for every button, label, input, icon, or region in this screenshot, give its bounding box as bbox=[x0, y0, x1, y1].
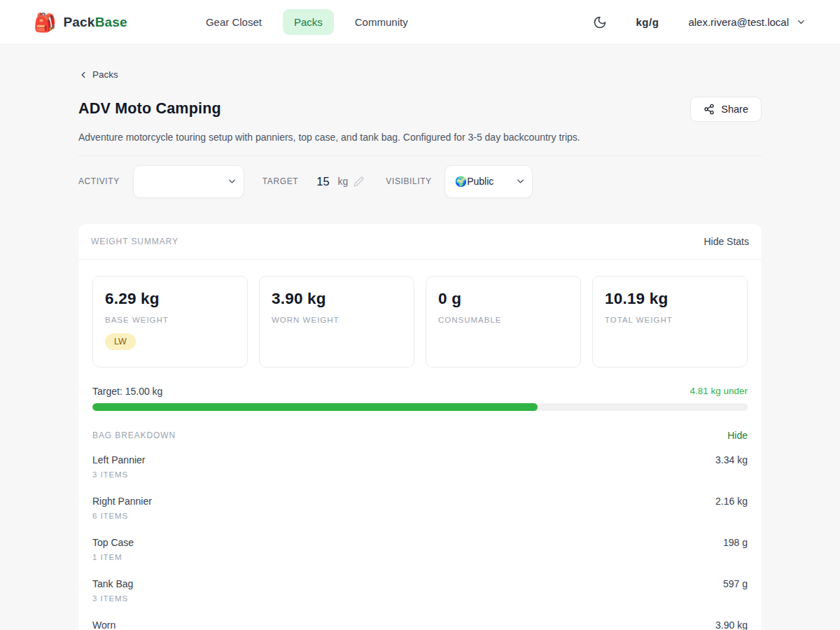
share-icon bbox=[704, 104, 715, 115]
bag-item-count: 3 ITEMS bbox=[92, 594, 748, 603]
stat-label: WORN WEIGHT bbox=[272, 316, 402, 324]
weight-summary-card: WEIGHT SUMMARY Hide Stats 6.29 kg BASE W… bbox=[78, 224, 762, 630]
pack-detail-page: Packs ADV Moto Camping Share Adventure m… bbox=[78, 45, 762, 630]
bag-item-count: 1 ITEM bbox=[92, 553, 748, 561]
activity-label: ACTIVITY bbox=[78, 176, 120, 186]
pack-controls: ACTIVITY TARGET 15 kg VISIBILITY 🌍Public bbox=[78, 165, 762, 198]
bag-name: Top Case bbox=[92, 537, 134, 548]
target-weight-unit: kg bbox=[338, 176, 349, 187]
target-label: TARGET bbox=[262, 176, 298, 186]
chevron-left-icon bbox=[78, 70, 88, 80]
app-header: 🎒 PackBase Gear Closet Packs Community k… bbox=[0, 0, 840, 45]
edit-pencil-icon[interactable] bbox=[354, 176, 364, 187]
bag-row-worn: Worn 3.90 kg 2 ITEMS bbox=[92, 610, 748, 630]
moon-icon bbox=[593, 15, 607, 29]
stats-grid: 6.29 kg BASE WEIGHT LW 3.90 kg WORN WEIG… bbox=[78, 260, 762, 368]
page-title: ADV Moto Camping bbox=[78, 100, 221, 118]
share-button[interactable]: Share bbox=[690, 97, 762, 122]
nav-packs[interactable]: Packs bbox=[283, 9, 334, 35]
stat-card-total-weight: 10.19 kg TOTAL WEIGHT bbox=[592, 276, 748, 368]
bag-weight: 198 g bbox=[723, 537, 748, 548]
nav-community[interactable]: Community bbox=[344, 9, 419, 35]
nav-gear-closet[interactable]: Gear Closet bbox=[195, 9, 273, 35]
activity-select[interactable] bbox=[133, 165, 244, 198]
bag-name: Left Pannier bbox=[92, 454, 146, 465]
bag-name: Tank Bag bbox=[92, 578, 133, 589]
hide-bag-breakdown-button[interactable]: Hide bbox=[727, 430, 748, 441]
header-actions: kg/g alex.rivera@test.local bbox=[593, 15, 806, 29]
backpack-icon: 🎒 bbox=[34, 13, 56, 31]
bag-weight: 3.90 kg bbox=[715, 620, 748, 630]
stat-label: CONSUMABLE bbox=[438, 316, 568, 324]
main-nav: Gear Closet Packs Community bbox=[195, 9, 419, 35]
bag-name: Worn bbox=[92, 620, 115, 630]
bag-breakdown-heading: BAG BREAKDOWN bbox=[92, 430, 176, 440]
bag-row-right-pannier: Right Pannier 2.16 kg 6 ITEMS bbox=[92, 486, 748, 528]
stat-card-consumable: 0 g CONSUMABLE bbox=[426, 276, 581, 368]
stat-value: 0 g bbox=[438, 290, 568, 308]
pack-description: Adventure motorcycle touring setup with … bbox=[78, 132, 762, 143]
target-progress-bar bbox=[92, 403, 748, 411]
stat-card-worn-weight: 3.90 kg WORN WEIGHT bbox=[259, 276, 414, 368]
bag-row-left-pannier: Left Pannier 3.34 kg 3 ITEMS bbox=[92, 445, 748, 486]
bag-item-count: 3 ITEMS bbox=[92, 470, 748, 479]
bag-weight: 2.16 kg bbox=[715, 496, 748, 507]
breadcrumb-back-link[interactable]: Packs bbox=[78, 69, 118, 80]
bag-item-count: 6 ITEMS bbox=[92, 512, 748, 520]
visibility-label: VISIBILITY bbox=[386, 176, 431, 186]
stat-value: 6.29 kg bbox=[105, 290, 235, 308]
divider bbox=[78, 155, 762, 156]
stat-value: 3.90 kg bbox=[272, 290, 402, 308]
target-weight-text: Target: 15.00 kg bbox=[92, 386, 162, 397]
target-status-text: 4.81 kg under bbox=[690, 386, 748, 396]
lightweight-badge: LW bbox=[105, 333, 136, 350]
theme-toggle-button[interactable] bbox=[593, 15, 607, 29]
user-menu[interactable]: alex.rivera@test.local bbox=[688, 16, 806, 28]
weight-summary-heading: WEIGHT SUMMARY bbox=[91, 237, 178, 246]
bag-weight: 3.34 kg bbox=[715, 454, 748, 465]
stat-label: TOTAL WEIGHT bbox=[605, 316, 735, 324]
stat-card-base-weight: 6.29 kg BASE WEIGHT LW bbox=[92, 276, 248, 368]
visibility-select[interactable]: 🌍Public bbox=[444, 165, 533, 198]
chevron-down-icon bbox=[796, 17, 806, 27]
unit-toggle-button[interactable]: kg/g bbox=[636, 16, 659, 28]
hide-stats-button[interactable]: Hide Stats bbox=[704, 236, 749, 247]
bag-row-tank-bag: Tank Bag 597 g 3 ITEMS bbox=[92, 569, 748, 610]
stat-value: 10.19 kg bbox=[605, 290, 735, 308]
target-weight-value[interactable]: 15 bbox=[316, 175, 329, 188]
user-email: alex.rivera@test.local bbox=[688, 16, 789, 28]
stat-label: BASE WEIGHT bbox=[105, 316, 235, 324]
bag-row-top-case: Top Case 198 g 1 ITEM bbox=[92, 528, 748, 569]
brand-logo[interactable]: 🎒 PackBase bbox=[34, 13, 127, 31]
target-progress-fill bbox=[92, 403, 538, 411]
bag-weight: 597 g bbox=[723, 578, 748, 589]
bag-name: Right Pannier bbox=[92, 496, 152, 507]
bag-breakdown-list: Left Pannier 3.34 kg 3 ITEMS Right Panni… bbox=[78, 441, 762, 630]
brand-name: PackBase bbox=[63, 15, 127, 30]
